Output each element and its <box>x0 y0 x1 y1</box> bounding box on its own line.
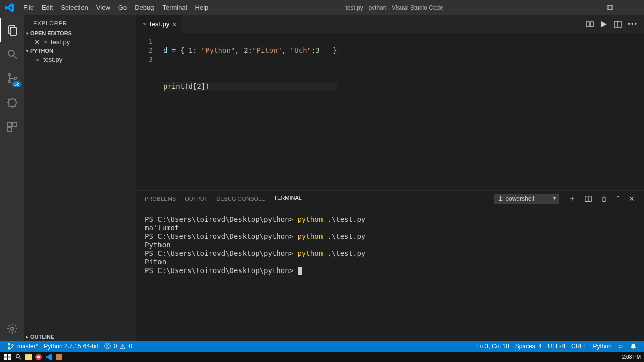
svg-point-22 <box>8 348 10 349</box>
status-feedback-icon[interactable]: ☺ <box>615 343 627 350</box>
status-spaces[interactable]: Spaces: 4 <box>512 343 545 350</box>
activity-settings-icon[interactable] <box>0 317 24 341</box>
status-encoding[interactable]: UTF-8 <box>545 343 568 350</box>
kill-terminal-icon[interactable] <box>601 196 607 202</box>
section-outline[interactable]: ▸ OUTLINE <box>24 333 136 341</box>
panel-tabs: PROBLEMS OUTPUT DEBUG CONSOLE TERMINAL 1… <box>136 191 644 207</box>
code-token: : <box>311 46 315 54</box>
activity-debug-icon[interactable] <box>0 90 24 115</box>
svg-point-7 <box>8 74 11 76</box>
window-title: test.py - python - Visual Studio Code <box>212 4 576 11</box>
menu-edit[interactable]: Edit <box>38 0 57 15</box>
code-content[interactable]: d = { 1: "Python", 2:"Piton", "Uch":3 } … <box>159 33 337 190</box>
status-notifications-icon[interactable] <box>627 343 640 350</box>
code-token: , <box>235 46 244 54</box>
run-file-icon[interactable] <box>600 20 608 28</box>
python-file-icon: ⚭ <box>142 21 147 28</box>
start-menu-icon[interactable] <box>3 353 11 361</box>
section-workspace[interactable]: ▾ PYTHON <box>24 47 136 55</box>
close-editor-icon[interactable]: ✕ <box>34 38 40 46</box>
svg-point-14 <box>11 327 14 330</box>
status-problems[interactable]: ⓧ 0 ⚠ 0 <box>101 342 135 351</box>
activity-bar: 5k <box>0 15 24 341</box>
new-terminal-icon[interactable]: ＋ <box>569 194 576 203</box>
split-editor-icon[interactable] <box>614 20 622 28</box>
line-number: 2 <box>136 46 153 55</box>
menu-selection[interactable]: Selection <box>57 0 92 15</box>
status-eol[interactable]: CRLF <box>568 343 590 350</box>
menu-terminal[interactable]: Terminal <box>158 0 191 15</box>
maximize-panel-icon[interactable]: ˄ <box>616 195 620 203</box>
menu-debug[interactable]: Debug <box>131 0 158 15</box>
file-tree-item[interactable]: ⚭ test.py <box>24 55 136 64</box>
panel-tab-debugconsole[interactable]: DEBUG CONSOLE <box>216 196 265 202</box>
code-token: "Piton" <box>252 46 282 54</box>
terminal-selector-dropdown[interactable]: 1: powershell <box>494 194 559 204</box>
panel-tab-problems[interactable]: PROBLEMS <box>145 196 176 202</box>
terminal-text: python <box>297 249 323 257</box>
svg-rect-25 <box>8 354 11 357</box>
python-file-icon: ⚭ <box>35 56 40 63</box>
window-maximize-icon[interactable] <box>599 0 621 15</box>
more-actions-icon[interactable]: ••• <box>628 20 638 28</box>
taskbar-chrome-icon[interactable] <box>35 354 42 360</box>
window-minimize-icon[interactable] <box>576 0 599 15</box>
terminal-text: Piton <box>145 258 166 266</box>
section-open-editors[interactable]: ▾ OPEN EDITORS <box>24 29 136 37</box>
open-editor-item[interactable]: ✕ ⚭ test.py <box>24 37 136 47</box>
taskbar-search-icon[interactable] <box>14 353 22 361</box>
taskbar-vscode-icon[interactable] <box>45 353 53 361</box>
status-language[interactable]: Python <box>590 343 614 350</box>
chevron-down-icon: ▾ <box>26 49 28 53</box>
taskbar-clock[interactable]: 2:08 PM <box>622 354 641 360</box>
editor-tab-testpy[interactable]: ⚭ test.py × <box>136 15 183 33</box>
svg-rect-13 <box>8 127 12 131</box>
chevron-right-icon: ▸ <box>26 335 28 339</box>
code-token: 2 <box>197 82 201 90</box>
activity-search-icon[interactable] <box>0 42 24 66</box>
activity-extensions-icon[interactable] <box>0 115 24 139</box>
code-token: , <box>282 46 290 54</box>
open-editor-filename: test.py <box>51 38 70 46</box>
terminal-prompt: PS C:\Users\toirovd\Desktop\python> <box>145 266 297 275</box>
activity-source-control-icon[interactable]: 5k <box>0 66 24 90</box>
tab-close-icon[interactable]: × <box>172 20 176 28</box>
line-gutter: 1 2 3 <box>136 33 159 190</box>
window-close-icon[interactable] <box>621 0 644 15</box>
status-ln-col[interactable]: Ln 3, Col 10 <box>473 343 512 350</box>
menu-help[interactable]: Help <box>191 0 213 15</box>
error-icon: ⓧ <box>104 342 111 351</box>
status-branch[interactable]: master* <box>4 343 41 350</box>
panel-tab-terminal[interactable]: TERMINAL <box>274 195 302 203</box>
panel-tab-output[interactable]: OUTPUT <box>185 196 207 202</box>
taskbar-explorer-icon[interactable] <box>25 354 32 360</box>
svg-point-8 <box>8 81 11 83</box>
menu-file[interactable]: File <box>19 0 38 15</box>
split-terminal-icon[interactable] <box>585 195 592 202</box>
terminal-text: .\test.py <box>323 249 365 257</box>
compare-changes-icon[interactable] <box>586 20 594 28</box>
terminal-text: python <box>297 232 323 240</box>
svg-rect-2 <box>608 5 613 10</box>
menu-go[interactable]: Go <box>114 0 131 15</box>
status-python[interactable]: Python 2.7.15 64-bit <box>41 343 101 350</box>
close-panel-icon[interactable]: ✕ <box>629 195 635 203</box>
sidebar-title: EXPLORER <box>24 15 136 29</box>
status-warning-count: 0 <box>129 343 132 350</box>
svg-rect-11 <box>8 122 12 126</box>
taskbar-app-icon[interactable] <box>56 354 62 360</box>
svg-rect-12 <box>13 122 17 126</box>
code-token: : <box>193 46 201 54</box>
code-token: 1 <box>189 46 193 54</box>
activity-explorer-icon[interactable] <box>0 18 24 42</box>
menu-view[interactable]: View <box>92 0 114 15</box>
vscode-logo-icon <box>5 3 14 12</box>
svg-rect-16 <box>590 22 593 27</box>
svg-point-9 <box>14 77 17 80</box>
terminal-text: Python <box>145 241 171 249</box>
code-token: } <box>320 46 337 54</box>
terminal-output[interactable]: PS C:\Users\toirovd\Desktop\python> pyth… <box>136 207 644 341</box>
section-open-editors-label: OPEN EDITORS <box>30 30 72 36</box>
bottom-panel: PROBLEMS OUTPUT DEBUG CONSOLE TERMINAL 1… <box>136 190 644 341</box>
code-editor[interactable]: 1 2 3 d = { 1: "Python", 2:"Piton", "Uch… <box>136 33 644 190</box>
